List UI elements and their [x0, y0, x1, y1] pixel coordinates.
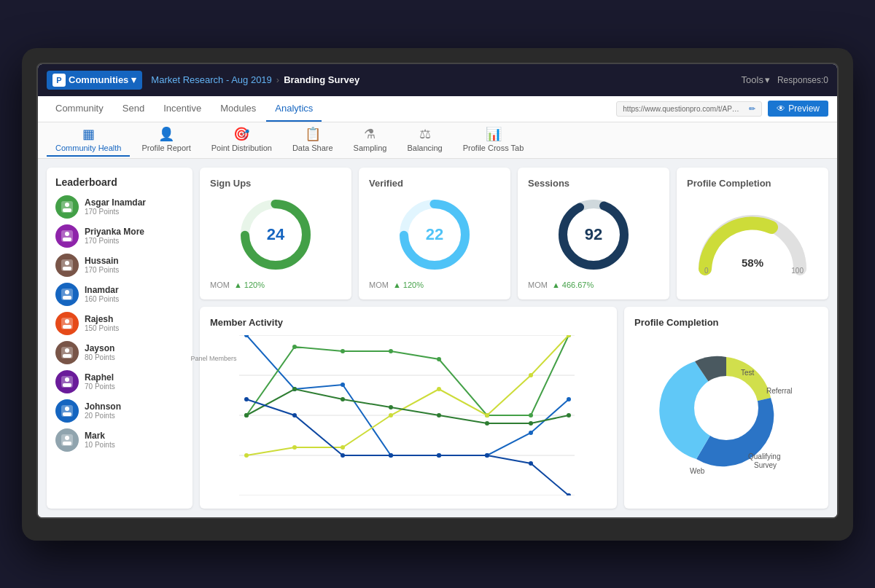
leaderboard-item: Priyanka More 170 Points	[55, 224, 184, 248]
nav-analytics[interactable]: Analytics	[266, 95, 322, 122]
sessions-value: 92	[585, 225, 602, 244]
svg-text:Web: Web	[690, 467, 705, 475]
svg-point-81	[529, 421, 533, 426]
sub-nav-point-distribution[interactable]: 🎯 Point Distribution	[203, 123, 281, 157]
member-activity-card: Member Activity Panel Members	[200, 307, 617, 509]
svg-point-62	[389, 349, 393, 353]
tools-dropdown-icon: ▾	[765, 74, 770, 85]
svg-rect-14	[63, 325, 71, 329]
sub-nav-community-health[interactable]: ▦ Community Health	[47, 123, 130, 157]
svg-point-75	[244, 413, 249, 418]
lb-points: 70 Points	[85, 383, 184, 391]
data-share-icon: 📋	[305, 126, 321, 142]
svg-point-71	[437, 387, 441, 391]
lb-name: Johnson	[85, 401, 184, 412]
bottom-row: Member Activity Panel Members	[200, 307, 828, 509]
leaderboard-item: Inamdar 160 Points	[55, 283, 184, 306]
lb-name: Priyanka More	[85, 227, 184, 237]
tools-button[interactable]: Tools ▾	[742, 74, 770, 85]
avatar	[55, 312, 79, 335]
p-logo-icon: P	[52, 74, 66, 87]
svg-rect-17	[63, 354, 71, 358]
url-text: https://www.questionpro.com/t/APNIFZ	[623, 105, 739, 113]
lb-points: 160 Points	[85, 295, 184, 303]
sessions-card: Sessions 92 MOM	[518, 168, 669, 299]
sessions-mom: MOM	[528, 281, 548, 289]
svg-rect-20	[63, 383, 71, 387]
svg-point-13	[65, 319, 69, 324]
signups-value: 24	[267, 225, 284, 244]
lb-name: Hussain	[85, 256, 184, 266]
svg-point-72	[485, 413, 489, 418]
edit-url-icon[interactable]: ✏	[749, 104, 755, 114]
avatar	[55, 341, 79, 364]
sub-nav-data-share[interactable]: 📋 Data Share	[284, 123, 342, 157]
breadcrumb: Market Research - Aug 2019 › Branding Su…	[151, 74, 359, 85]
leaderboard-panel: Leaderboard Asgar Inamdar 170 Points Pri…	[47, 168, 192, 509]
preview-button[interactable]: 👁 Preview	[768, 101, 828, 117]
profile-report-icon: 👤	[158, 126, 174, 142]
svg-point-86	[389, 453, 393, 458]
nav-send[interactable]: Send	[114, 95, 153, 122]
signups-card: Sign Ups 24 MOM	[200, 168, 351, 299]
svg-point-82	[567, 413, 571, 418]
svg-point-69	[341, 445, 345, 450]
communities-button[interactable]: P Communities ▾	[47, 71, 142, 90]
svg-point-78	[389, 405, 393, 409]
svg-rect-5	[63, 238, 71, 241]
lb-points: 170 Points	[85, 266, 184, 274]
svg-point-76	[292, 387, 297, 391]
breadcrumb-link[interactable]: Market Research - Aug 2019	[151, 74, 271, 85]
sessions-donut: 92	[553, 195, 634, 275]
stats-row: Sign Ups 24 MOM	[200, 168, 828, 299]
svg-point-60	[292, 345, 297, 349]
sub-nav-balancing[interactable]: ⚖ Balancing	[398, 123, 451, 157]
svg-point-89	[529, 461, 533, 466]
balancing-icon: ⚖	[419, 126, 431, 142]
leaderboard-item: Johnson 20 Points	[55, 399, 184, 423]
nav-community[interactable]: Community	[47, 95, 112, 122]
sub-nav-sampling[interactable]: ⚗ Sampling	[345, 123, 396, 157]
lb-name: Rajesh	[85, 314, 184, 324]
svg-point-68	[292, 445, 297, 450]
svg-rect-23	[63, 412, 71, 416]
nav-incentive[interactable]: Incentive	[155, 95, 210, 122]
lb-points: 170 Points	[85, 208, 184, 216]
svg-point-91	[694, 376, 758, 440]
verified-donut: 22	[394, 195, 475, 275]
sampling-icon: ⚗	[364, 126, 376, 142]
nav-modules[interactable]: Modules	[211, 95, 265, 122]
svg-point-25	[65, 436, 69, 440]
gauge-value: 58%	[742, 256, 763, 269]
avatar	[55, 224, 79, 248]
svg-text:Referral: Referral	[766, 387, 793, 395]
verified-trend: ▲ 120%	[393, 281, 424, 289]
sessions-title: Sessions	[528, 178, 659, 189]
profile-pie-card: Profile Completion	[624, 307, 828, 509]
leaderboard-item: Jayson 80 Points	[55, 341, 184, 364]
verified-footer: MOM ▲ 120%	[369, 281, 500, 289]
avatar	[55, 428, 79, 452]
leaderboard-item: Hussain 170 Points	[55, 254, 184, 277]
point-distribution-icon: 🎯	[233, 126, 249, 142]
lb-info: Jayson 80 Points	[85, 343, 184, 361]
signups-footer: MOM ▲ 120%	[210, 281, 341, 289]
avatar	[55, 399, 79, 423]
profile-completion-chart-area: 58% 0 100	[687, 195, 818, 289]
avatar	[55, 195, 79, 219]
sub-nav-profile-cross-tab[interactable]: 📊 Profile Cross Tab	[454, 123, 533, 157]
leaderboard-item: Rajesh 150 Points	[55, 312, 184, 335]
top-bar: P Communities ▾ Market Research - Aug 20…	[38, 64, 837, 96]
profile-completion-title: Profile Completion	[687, 178, 818, 189]
svg-rect-2	[63, 208, 71, 212]
breadcrumb-sep: ›	[276, 74, 279, 85]
svg-point-1	[65, 203, 69, 207]
verified-mom: MOM	[369, 281, 389, 289]
sub-nav-profile-report[interactable]: 👤 Profile Report	[133, 123, 199, 157]
leaderboard-item: Asgar Inamdar 170 Points	[55, 195, 184, 219]
community-health-icon: ▦	[82, 126, 95, 142]
verified-chart-area: 22	[369, 195, 500, 275]
lb-info: Priyanka More 170 Points	[85, 227, 184, 245]
avatar	[55, 254, 79, 277]
preview-icon: 👁	[777, 103, 785, 114]
